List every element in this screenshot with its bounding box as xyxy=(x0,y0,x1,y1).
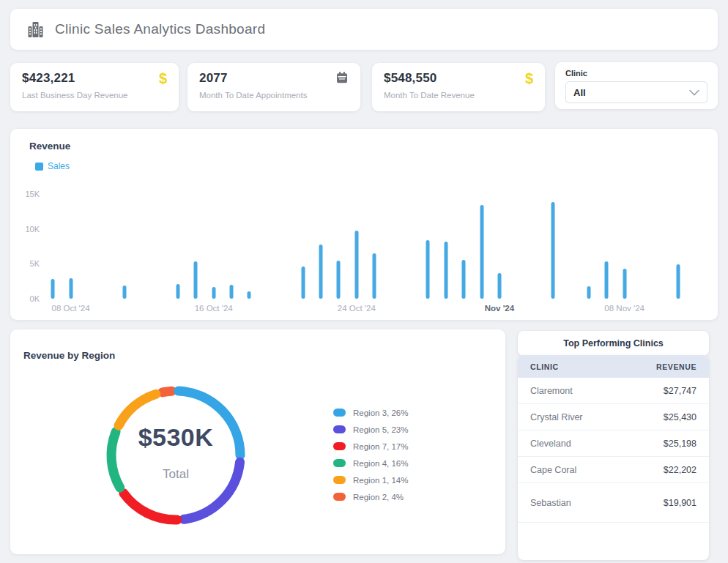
x-axis-tick: 08 Nov '24 xyxy=(604,304,645,313)
top-clinics-panel: Top Performing Clinics CLINIC REVENUE Cl… xyxy=(518,331,709,560)
y-axis-tick: 5K xyxy=(15,258,40,269)
legend-label: Region 2, 4% xyxy=(353,493,404,502)
legend-item-region-5[interactable]: Region 5, 23% xyxy=(333,421,408,438)
column-header-revenue: REVENUE xyxy=(656,362,697,371)
legend-label: Region 5, 23% xyxy=(353,425,408,434)
top-clinics-title-card: Top Performing Clinics xyxy=(518,331,709,356)
top-clinics-table: CLINIC REVENUE Claremont$27,747Crystal R… xyxy=(518,355,709,560)
table-header-row: CLINIC REVENUE xyxy=(518,355,709,378)
legend-swatch-icon xyxy=(333,409,346,417)
sales-bar xyxy=(444,242,447,299)
kpi-label: Last Business Day Revenue xyxy=(22,91,167,100)
sales-bar xyxy=(462,260,466,299)
table-row: Sebastian$19,901 xyxy=(518,483,709,523)
legend-label: Region 7, 17% xyxy=(353,442,408,451)
region-donut-svg xyxy=(101,381,250,530)
kpi-value: 2077 xyxy=(199,71,228,86)
sales-bar xyxy=(301,266,305,299)
revenue-bars xyxy=(44,194,703,299)
donut-total-label: Total xyxy=(101,467,250,482)
clinic-filter-label: Clinic xyxy=(565,69,707,78)
clinic-select-value: All xyxy=(573,87,586,98)
sales-bar xyxy=(319,245,323,299)
donut-segment-region-1 xyxy=(119,394,156,425)
clinic-building-icon xyxy=(26,20,45,40)
legend-item-region-7[interactable]: Region 7, 17% xyxy=(333,438,408,455)
table-body: Claremont$27,747Crystal River$25,430Clev… xyxy=(518,378,709,523)
kpi-value: $548,550 xyxy=(384,71,437,86)
y-axis-tick: 0K xyxy=(15,294,40,304)
clinic-revenue-cell: $25,430 xyxy=(664,412,697,422)
donut-segment-region-2 xyxy=(163,391,172,392)
sales-bar xyxy=(230,285,234,299)
calendar-icon xyxy=(335,71,349,84)
legend-swatch-icon xyxy=(333,442,346,450)
app-header: Clinic Sales Analytics Dashboard xyxy=(10,9,718,50)
sales-bar xyxy=(480,205,483,299)
y-axis-tick: 15K xyxy=(15,189,40,199)
x-axis-tick: 16 Oct '24 xyxy=(195,304,233,313)
sales-bar xyxy=(426,240,430,299)
legend-swatch-icon xyxy=(333,476,346,484)
dollar-icon: $ xyxy=(525,71,533,86)
legend-item-region-2[interactable]: Region 2, 4% xyxy=(333,488,408,505)
clinic-name-cell: Cleveland xyxy=(530,439,571,449)
region-legend: Region 3, 26%Region 5, 23%Region 7, 17%R… xyxy=(333,404,408,505)
legend-label: Region 4, 16% xyxy=(353,459,408,468)
kpi-label: Month To Date Appointments xyxy=(199,91,349,100)
donut-segment-region-7 xyxy=(124,493,177,520)
sales-bar xyxy=(587,286,590,299)
clinic-filter-card: Clinic All xyxy=(555,62,718,109)
table-row: Claremont$27,747 xyxy=(518,378,709,404)
legend-item-region-3[interactable]: Region 3, 26% xyxy=(333,404,408,421)
clinic-name-cell: Cape Coral xyxy=(530,465,576,475)
clinic-revenue-cell: $27,747 xyxy=(664,386,697,396)
sales-bar xyxy=(373,253,376,299)
x-axis-tick: 24 Oct '24 xyxy=(338,304,376,313)
sales-legend-label: Sales xyxy=(48,161,70,171)
table-row: Cape Coral$22,202 xyxy=(518,457,709,483)
region-panel-title: Revenue by Region xyxy=(23,350,115,361)
x-axis-tick: 08 Oct '24 xyxy=(52,304,90,313)
sales-bar xyxy=(676,264,680,299)
sales-bar xyxy=(337,261,341,299)
legend-label: Region 1, 14% xyxy=(353,476,408,485)
sales-legend-swatch-icon xyxy=(35,163,43,171)
clinic-select[interactable]: All xyxy=(565,81,707,103)
table-row: Crystal River$25,430 xyxy=(518,404,709,430)
kpi-value: $423,221 xyxy=(22,71,75,86)
region-donut: $530K Total xyxy=(101,381,250,530)
legend-item-region-4[interactable]: Region 4, 16% xyxy=(333,455,408,471)
sales-bar xyxy=(497,273,501,299)
sales-bar xyxy=(122,286,126,299)
y-axis-tick: 10K xyxy=(15,224,40,234)
sales-bar xyxy=(605,261,609,299)
sales-bar xyxy=(212,287,215,299)
sales-bar xyxy=(194,261,198,299)
clinic-revenue-cell: $22,202 xyxy=(664,465,697,475)
legend-label: Region 3, 26% xyxy=(353,409,408,417)
kpi-card-last-business-day: $423,221 $ Last Business Day Revenue xyxy=(10,63,179,111)
dollar-icon: $ xyxy=(159,71,167,86)
kpi-card-mtd-appointments: 2077 Month To Date Appointments xyxy=(187,63,360,111)
sales-bar xyxy=(623,269,626,299)
sales-bar xyxy=(551,202,555,299)
sales-legend-item[interactable]: Sales xyxy=(35,161,70,171)
clinic-name-cell: Crystal River xyxy=(530,412,583,422)
revenue-panel: Revenue Sales 15K10K5K0K 08 Oct '2416 Oc… xyxy=(10,129,718,320)
clinic-name-cell: Claremont xyxy=(530,386,573,396)
x-axis-tick: Nov '24 xyxy=(485,304,514,313)
legend-swatch-icon xyxy=(333,425,346,433)
top-clinics-title: Top Performing Clinics xyxy=(563,338,664,348)
column-header-clinic: CLINIC xyxy=(530,362,559,371)
sales-bar xyxy=(69,278,73,299)
legend-item-region-1[interactable]: Region 1, 14% xyxy=(333,471,408,488)
table-row: Cleveland$25,198 xyxy=(518,430,709,457)
clinic-revenue-cell: $19,901 xyxy=(664,498,697,508)
sales-bar xyxy=(51,279,55,299)
sales-bar xyxy=(354,231,358,299)
page-title: Clinic Sales Analytics Dashboard xyxy=(55,21,265,37)
sales-bar xyxy=(248,291,251,299)
legend-swatch-icon xyxy=(333,459,346,467)
legend-swatch-icon xyxy=(333,493,346,501)
